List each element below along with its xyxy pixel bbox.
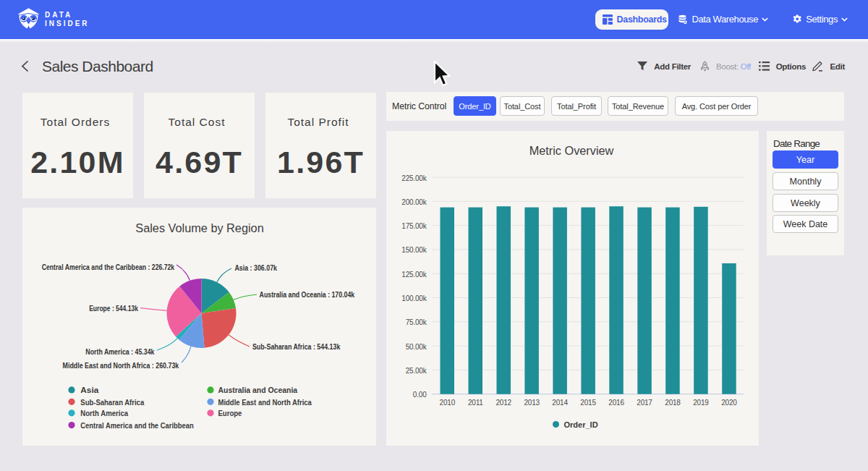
- svg-text:Metric Overview: Metric Overview: [529, 144, 614, 157]
- svg-text:200.00k: 200.00k: [401, 198, 427, 206]
- svg-text:125.00k: 125.00k: [401, 271, 427, 279]
- svg-text:Europe: Europe: [218, 409, 242, 417]
- svg-text:Central America and the Caribb: Central America and the Caribbean: [80, 421, 194, 430]
- svg-text:2013: 2013: [524, 399, 540, 407]
- svg-text:2016: 2016: [608, 399, 624, 407]
- svg-text:2017: 2017: [637, 399, 652, 407]
- svg-text:2018: 2018: [665, 399, 681, 407]
- svg-text:Middle East and North Africa: Middle East and North Africa: [218, 398, 312, 407]
- svg-text:2010: 2010: [440, 399, 456, 407]
- svg-text:Asia: Asia: [80, 386, 99, 394]
- svg-text:0.00: 0.00: [413, 391, 427, 399]
- svg-text:Central America and the Caribb: Central America and the Caribbean : 226.…: [42, 263, 175, 271]
- svg-text:Asia : 306.07k: Asia : 306.07k: [234, 263, 277, 272]
- svg-text:25.00k: 25.00k: [406, 367, 427, 375]
- svg-text:50.00k: 50.00k: [406, 343, 427, 351]
- svg-text:Australia and Oceania : 170.04: Australia and Oceania : 170.04k: [260, 290, 355, 299]
- svg-text:North America: North America: [80, 409, 129, 417]
- svg-text:2014: 2014: [552, 399, 568, 407]
- svg-text:Middle East and North Africa :: Middle East and North Africa : 260.73k: [63, 361, 179, 370]
- svg-text:2019: 2019: [693, 399, 709, 407]
- svg-text:100.00k: 100.00k: [401, 294, 427, 302]
- svg-text:Order_ID: Order_ID: [564, 420, 598, 429]
- svg-text:2015: 2015: [580, 399, 596, 407]
- svg-text:Australia and Oceania: Australia and Oceania: [218, 386, 298, 394]
- svg-text:175.00k: 175.00k: [401, 222, 427, 230]
- svg-text:75.00k: 75.00k: [406, 318, 427, 326]
- svg-text:2011: 2011: [468, 399, 483, 407]
- svg-text:North America : 45.34k: North America : 45.34k: [85, 347, 154, 356]
- svg-text:Sales Volume by Region: Sales Volume by Region: [135, 221, 263, 234]
- svg-text:Sub-Saharan Africa : 544.13k: Sub-Saharan Africa : 544.13k: [252, 342, 341, 351]
- svg-text:225.00k: 225.00k: [401, 174, 427, 182]
- svg-text:150.00k: 150.00k: [401, 246, 427, 254]
- svg-text:2020: 2020: [721, 399, 737, 407]
- svg-text:Sub-Saharan Africa: Sub-Saharan Africa: [80, 398, 145, 407]
- svg-text:Europe : 544.13k: Europe : 544.13k: [89, 304, 138, 313]
- svg-text:2012: 2012: [495, 399, 511, 407]
